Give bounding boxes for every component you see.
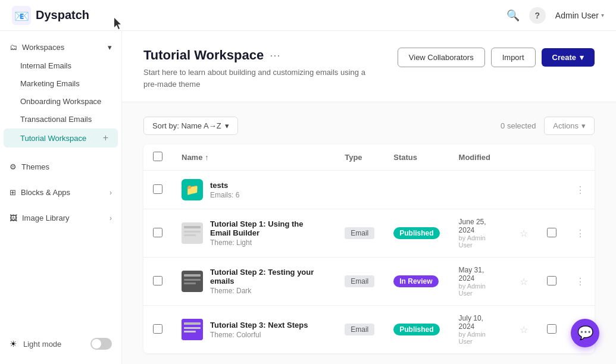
row-checkbox-cell <box>143 209 172 258</box>
row-select-checkbox[interactable] <box>547 276 556 285</box>
row-name-main: Tutorial Step 1: Using the Email Builder <box>210 219 326 237</box>
row-status-cell <box>384 171 449 209</box>
sidebar-item-tutorial-workspace[interactable]: Tutorial Workspace + <box>4 128 118 148</box>
create-button[interactable]: Create ▾ <box>542 48 595 67</box>
sidebar-item-marketing-emails[interactable]: Marketing Emails <box>4 75 118 92</box>
row-name-sub: Theme: Colorful <box>210 331 308 339</box>
onboarding-workspace-label: Onboarding Workspace <box>20 97 101 106</box>
app-name: Dyspatch <box>36 8 89 22</box>
th-status: Status <box>384 145 449 171</box>
logo: 📧 Dyspatch <box>12 6 89 25</box>
star-button[interactable]: ☆ <box>520 324 528 335</box>
email-thumbnail <box>182 222 203 244</box>
actions-button[interactable]: Actions ▾ <box>544 117 595 135</box>
modified-by: by Admin User <box>459 283 501 297</box>
actions-label: Actions <box>553 121 579 130</box>
svg-rect-13 <box>184 331 196 332</box>
workspaces-label: Workspaces <box>22 43 64 52</box>
user-menu[interactable]: Admin User ▾ <box>555 11 604 20</box>
view-collaborators-button[interactable]: View Collaborators <box>398 48 485 67</box>
row-name-main: Tutorial Step 3: Next Steps <box>210 321 308 330</box>
svg-rect-5 <box>184 234 196 236</box>
sidebar-spacer <box>0 227 121 331</box>
row-select-cell <box>537 258 566 306</box>
row-name-cell: Tutorial Step 3: Next StepsTheme: Colorf… <box>172 306 335 354</box>
blocks-chevron-icon: › <box>110 189 112 197</box>
chat-icon: 💬 <box>577 325 593 341</box>
modified-by: by Admin User <box>459 234 501 249</box>
row-checkbox[interactable] <box>153 184 162 194</box>
row-star-cell: ☆ <box>510 209 537 258</box>
row-menu-button[interactable]: ⋮ <box>576 276 585 287</box>
main-content: Tutorial Workspace ⋯ Start here to learn… <box>122 31 616 364</box>
selected-count: 0 selected <box>501 121 536 130</box>
select-all-checkbox[interactable] <box>153 152 162 161</box>
star-button[interactable]: ☆ <box>520 276 528 287</box>
toolbar-right: 0 selected Actions ▾ <box>501 117 595 135</box>
row-checkbox[interactable] <box>153 276 162 285</box>
row-status-cell: Published <box>384 209 449 258</box>
help-icon[interactable]: ? <box>529 7 546 24</box>
light-mode-sun-icon: ☀ <box>10 339 17 349</box>
row-status-cell: Published <box>384 306 449 354</box>
sidebar-item-blocks-apps[interactable]: ⊞ Blocks & Apps › <box>0 183 121 202</box>
workspace-title: Tutorial Workspace <box>143 48 264 63</box>
table-row: Tutorial Step 1: Using the Email Builder… <box>143 209 595 258</box>
table-row: Tutorial Step 2: Testing your emailsThem… <box>143 258 595 306</box>
row-type-cell: Email <box>335 258 384 306</box>
layout: 🗂 Workspaces ▾ Internal Emails Marketing… <box>0 31 616 364</box>
row-menu-button[interactable]: ⋮ <box>576 184 585 196</box>
type-badge: Email <box>345 275 374 287</box>
table-header: Name ↑ Type Status Modified <box>143 145 595 171</box>
type-badge: Email <box>345 227 374 239</box>
sort-label: Sort by: Name A→Z <box>152 121 221 130</box>
sidebar-item-onboarding-workspace[interactable]: Onboarding Workspace <box>4 93 118 110</box>
row-checkbox[interactable] <box>153 324 162 334</box>
row-select-checkbox[interactable] <box>547 324 556 334</box>
search-icon[interactable]: 🔍 <box>506 9 520 22</box>
sidebar: 🗂 Workspaces ▾ Internal Emails Marketing… <box>0 31 122 364</box>
row-type-cell <box>335 171 384 209</box>
image-library-icon: 🖼 <box>10 214 17 222</box>
row-checkbox-cell <box>143 306 172 354</box>
blocks-apps-label: Blocks & Apps <box>21 188 70 197</box>
image-library-label: Image Library <box>22 214 69 222</box>
workspace-menu-button[interactable]: ⋯ <box>270 49 280 62</box>
row-type-cell: Email <box>335 209 384 258</box>
sidebar-item-image-library[interactable]: 🖼 Image Library › <box>0 209 121 227</box>
workspace-actions: View Collaborators Import Create ▾ <box>398 48 595 67</box>
row-menu-button[interactable]: ⋮ <box>576 228 585 239</box>
row-name-cell: Tutorial Step 2: Testing your emailsThem… <box>172 258 335 306</box>
user-chevron-icon: ▾ <box>601 12 604 18</box>
sidebar-item-transactional-emails[interactable]: Transactional Emails <box>4 111 118 128</box>
chat-fab[interactable]: 💬 <box>571 319 599 347</box>
svg-rect-9 <box>184 283 196 284</box>
light-mode-toggle[interactable] <box>90 338 112 350</box>
star-button[interactable]: ☆ <box>520 228 528 239</box>
workspaces-header[interactable]: 🗂 Workspaces ▾ <box>0 38 121 57</box>
row-name-cell: Tutorial Step 1: Using the Email Builder… <box>172 209 335 258</box>
row-select-checkbox[interactable] <box>547 228 556 237</box>
themes-icon: ⚙ <box>10 162 17 171</box>
add-workspace-button[interactable]: + <box>103 133 108 143</box>
modified-date: July 10, 2024 <box>459 314 501 331</box>
transactional-emails-label: Transactional Emails <box>20 115 92 124</box>
toggle-knob <box>92 339 101 349</box>
topnav-right: 🔍 ? Admin User ▾ <box>506 7 604 24</box>
sort-button[interactable]: Sort by: Name A→Z ▾ <box>143 117 238 135</box>
marketing-emails-label: Marketing Emails <box>20 79 80 88</box>
create-chevron-icon: ▾ <box>580 53 584 62</box>
row-name-cell: 📁testsEmails: 6 <box>172 171 335 209</box>
row-name-main: Tutorial Step 2: Testing your emails <box>210 268 326 285</box>
row-actions-cell: ⋮ <box>566 171 595 209</box>
logo-icon: 📧 <box>12 6 31 25</box>
sidebar-item-internal-emails[interactable]: Internal Emails <box>4 57 118 74</box>
row-checkbox[interactable] <box>153 228 162 237</box>
table-row: Tutorial Step 3: Next StepsTheme: Colorf… <box>143 306 595 354</box>
svg-rect-2 <box>182 222 203 244</box>
row-name-info: Tutorial Step 3: Next StepsTheme: Colorf… <box>210 321 308 339</box>
sidebar-item-themes[interactable]: ⚙ Themes <box>0 158 121 176</box>
import-button[interactable]: Import <box>491 48 536 67</box>
row-star-cell <box>510 171 537 209</box>
modified-date: May 31, 2024 <box>459 266 501 283</box>
